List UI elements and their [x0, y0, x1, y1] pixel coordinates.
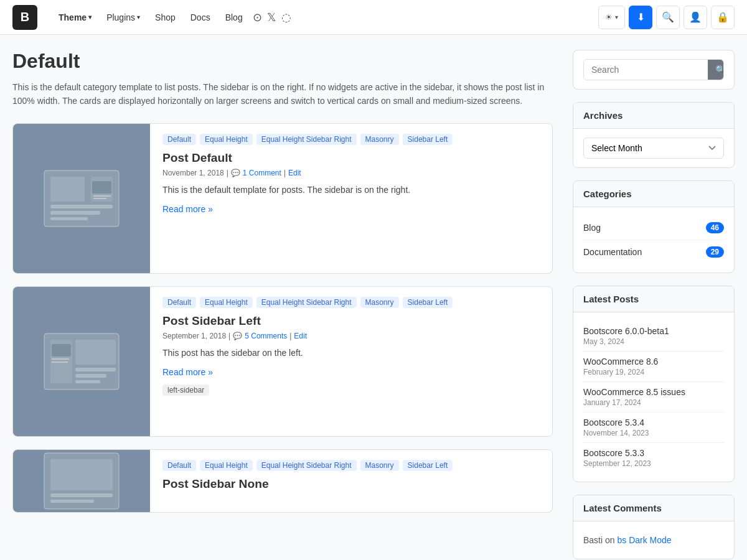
search-widget-body: 🔍 [573, 50, 734, 89]
tag-equal-height-3[interactable]: Equal Height [200, 460, 253, 471]
search-input[interactable] [584, 60, 708, 80]
latest-posts-title: Latest Posts [573, 286, 734, 312]
post-footer-tags-2: left-sidebar [162, 385, 540, 396]
svg-rect-16 [75, 374, 106, 378]
latest-post-title-4[interactable]: Bootscore 5.3.4 [583, 418, 724, 427]
post-tags-2: Default Equal Height Equal Height Sideba… [162, 297, 540, 308]
latest-post-1: Bootscore 6.0.0-beta1 May 3, 2024 [583, 321, 724, 352]
page-wrapper: Default This is the default category tem… [0, 35, 747, 560]
post-title-1: Post Default [162, 151, 540, 165]
comment-link-1[interactable]: bs Dark Mode [617, 535, 671, 545]
post-thumbnail-3 [13, 450, 150, 512]
read-more-2[interactable]: Read more » [162, 367, 213, 377]
theme-toggle-button[interactable]: ☀ ▾ [598, 6, 625, 29]
latest-post-date-4: November 14, 2023 [583, 429, 724, 437]
category-blog[interactable]: Blog 46 [583, 216, 724, 240]
post-excerpt-1: This is the default template for posts. … [162, 184, 540, 197]
tag-sidebar-left-2[interactable]: Sidebar Left [403, 297, 453, 308]
twitter-icon[interactable]: 𝕏 [267, 11, 276, 24]
download-button[interactable]: ⬇ [629, 6, 652, 29]
latest-post-title-1[interactable]: Bootscore 6.0.0-beta1 [583, 326, 724, 336]
category-count-blog: 46 [706, 222, 724, 233]
page-title: Default [12, 50, 553, 73]
post-body-2: Default Equal Height Equal Height Sideba… [150, 287, 552, 436]
site-logo[interactable]: B [12, 5, 37, 30]
post-card-default: Default Equal Height Equal Height Sideba… [12, 123, 553, 274]
svg-rect-20 [50, 493, 113, 497]
post-title-3: Post Sidebar None [162, 477, 540, 491]
post-date-1: November 1, 2018 [162, 169, 224, 177]
post-thumbnail-1 [13, 124, 150, 273]
category-docs[interactable]: Documentation 29 [583, 240, 724, 264]
svg-rect-3 [50, 211, 100, 215]
latest-posts-body: Bootscore 6.0.0-beta1 May 3, 2024 WooCom… [573, 312, 734, 482]
comment-icon-1: 💬 [231, 169, 240, 177]
post-tags-3: Default Equal Height Equal Height Sideba… [162, 460, 540, 471]
nav-plugins[interactable]: Plugins ▾ [100, 9, 146, 26]
nav-docs[interactable]: Docs [184, 9, 217, 26]
post-thumbnail-2 [13, 287, 150, 436]
post-edit-2[interactable]: Edit [294, 332, 307, 340]
github-icon[interactable]: ⊙ [253, 11, 262, 24]
category-count-docs: 29 [706, 246, 724, 258]
archives-widget: Archives Select Month [573, 102, 735, 168]
svg-rect-2 [50, 205, 113, 208]
tag-masonry-3[interactable]: Masonry [360, 460, 399, 471]
post-title-2: Post Sidebar Left [162, 314, 540, 328]
tag-equal-height-sidebar-2[interactable]: Equal Height Sidebar Right [256, 297, 357, 308]
search-box: 🔍 [583, 59, 724, 80]
main-content: Default This is the default category tem… [12, 50, 553, 560]
tag-equal-height-2[interactable]: Equal Height [200, 297, 253, 308]
post-comments-2[interactable]: 5 Comments [245, 332, 287, 340]
latest-post-3: WooCommerce 8.5 issues January 17, 2024 [583, 382, 724, 413]
tag-sidebar-left[interactable]: Sidebar Left [403, 134, 453, 145]
tag-masonry[interactable]: Masonry [360, 134, 399, 145]
comment-icon-2: 💬 [233, 332, 242, 340]
tag-equal-height-sidebar[interactable]: Equal Height Sidebar Right [256, 134, 357, 145]
tag-default[interactable]: Default [162, 134, 196, 145]
lock-button[interactable]: 🔒 [711, 6, 735, 29]
read-more-1[interactable]: Read more » [162, 204, 213, 214]
search-nav-button[interactable]: 🔍 [656, 6, 680, 29]
search-button[interactable]: 🔍 [708, 60, 724, 80]
nav-blog[interactable]: Blog [219, 9, 249, 26]
footer-tag-left-sidebar[interactable]: left-sidebar [162, 385, 209, 396]
nav-theme[interactable]: Theme ▾ [52, 9, 98, 26]
latest-post-5: Bootscore 5.3.3 September 12, 2023 [583, 443, 724, 473]
tag-default-3[interactable]: Default [162, 460, 196, 471]
user-button[interactable]: 👤 [684, 6, 707, 29]
post-comments-1[interactable]: 1 Comment [243, 169, 281, 177]
tag-masonry-2[interactable]: Masonry [360, 297, 399, 308]
latest-post-date-5: September 12, 2023 [583, 459, 724, 468]
navbar: B Theme ▾ Plugins ▾ Shop Docs Blog ⊙ 𝕏 ◌… [0, 0, 747, 35]
post-edit-1[interactable]: Edit [288, 169, 301, 177]
latest-post-4: Bootscore 5.3.4 November 14, 2023 [583, 413, 724, 443]
tag-equal-height[interactable]: Equal Height [200, 134, 253, 145]
circle-icon[interactable]: ◌ [281, 11, 291, 24]
latest-post-title-3[interactable]: WooCommerce 8.5 issues [583, 387, 724, 397]
post-meta-2: September 1, 2018 | 💬 5 Comments | Edit [162, 332, 540, 340]
archives-body: Select Month [573, 129, 734, 167]
latest-comments-body: Basti on bs Dark Mode [573, 521, 734, 559]
post-card-sidebar-left: Default Equal Height Equal Height Sideba… [12, 286, 553, 437]
tag-equal-height-sidebar-3[interactable]: Equal Height Sidebar Right [256, 460, 357, 471]
latest-post-date-2: February 19, 2024 [583, 368, 724, 376]
svg-rect-11 [52, 344, 71, 357]
latest-post-2: WooCommerce 8.6 February 19, 2024 [583, 352, 724, 382]
latest-post-title-5[interactable]: Bootscore 5.3.3 [583, 448, 724, 458]
svg-rect-14 [75, 340, 116, 365]
latest-post-title-2[interactable]: WooCommerce 8.6 [583, 357, 724, 366]
svg-rect-4 [50, 217, 88, 220]
categories-body: Blog 46 Documentation 29 [573, 207, 734, 273]
sidebar: 🔍 Archives Select Month Categories Blog … [573, 50, 735, 560]
post-body-1: Default Equal Height Equal Height Sideba… [150, 124, 552, 273]
svg-rect-17 [75, 380, 100, 383]
archive-select[interactable]: Select Month [583, 138, 724, 159]
tag-default-2[interactable]: Default [162, 297, 196, 308]
search-widget: 🔍 [573, 50, 735, 90]
category-name-blog: Blog [583, 223, 601, 233]
tag-sidebar-left-3[interactable]: Sidebar Left [403, 460, 453, 471]
categories-title: Categories [573, 181, 734, 207]
nav-shop[interactable]: Shop [149, 9, 182, 26]
post-excerpt-2: This post has the sidebar on the left. [162, 347, 540, 360]
